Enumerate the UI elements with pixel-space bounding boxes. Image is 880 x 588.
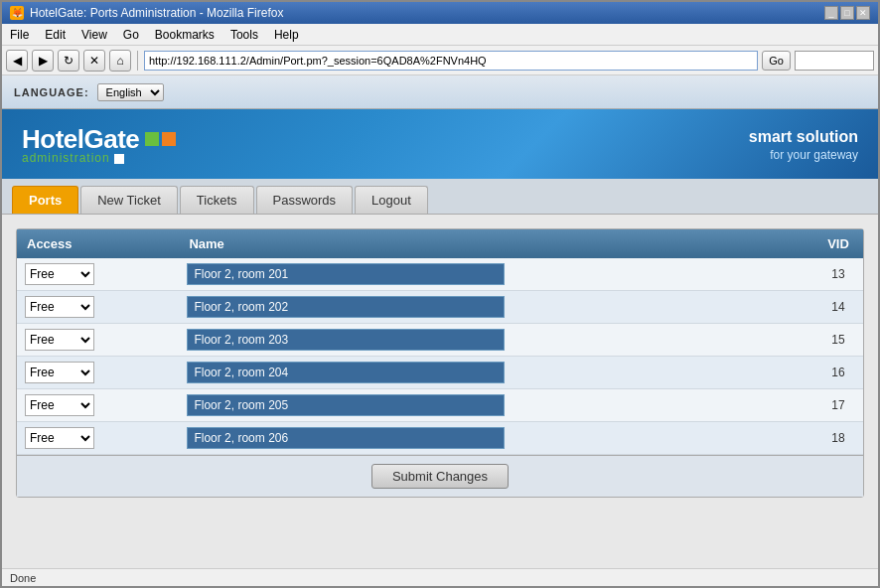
logo-orange-square (162, 132, 176, 146)
menu-view[interactable]: View (73, 26, 115, 44)
logo-icons (145, 132, 176, 146)
name-cell (179, 389, 813, 422)
logo-white-square (114, 154, 124, 164)
browser-window: 🦊 HotelGate: Ports Administration - Mozi… (0, 0, 880, 588)
access-cell: FreePaidBlocked (17, 291, 179, 324)
menu-file[interactable]: File (2, 26, 37, 44)
table-row: FreePaidBlocked13 (17, 258, 863, 291)
vid-cell: 14 (813, 291, 863, 324)
url-input[interactable] (144, 51, 758, 71)
name-cell (179, 422, 813, 455)
name-input[interactable] (187, 263, 505, 285)
home-button[interactable]: ⌂ (109, 50, 131, 72)
access-select[interactable]: FreePaidBlocked (25, 263, 94, 285)
logo-area: HotelGate administration (22, 124, 176, 165)
name-input[interactable] (187, 427, 505, 449)
tagline-area: smart solution for your gateway (749, 126, 858, 162)
menu-tools[interactable]: Tools (222, 26, 266, 44)
reload-button[interactable]: ↻ (58, 50, 79, 72)
go-button[interactable]: Go (762, 51, 791, 71)
nav-tabs: Ports New Ticket Tickets Passwords Logou… (2, 179, 878, 215)
name-cell (179, 291, 813, 324)
col-vid: VID (813, 229, 863, 258)
maximize-button[interactable]: □ (840, 6, 854, 20)
name-input[interactable] (187, 296, 505, 318)
close-button[interactable]: ✕ (856, 6, 870, 20)
minimize-button[interactable]: _ (824, 6, 838, 20)
name-input[interactable] (187, 394, 505, 416)
tab-passwords[interactable]: Passwords (256, 186, 354, 214)
menu-help[interactable]: Help (266, 26, 307, 44)
address-bar: Go (144, 51, 791, 71)
name-cell (179, 258, 813, 291)
table-row: FreePaidBlocked14 (17, 291, 863, 324)
access-select[interactable]: FreePaidBlocked (25, 394, 94, 416)
status-text: Done (10, 572, 36, 584)
access-cell: FreePaidBlocked (17, 258, 179, 291)
col-access: Access (17, 229, 179, 258)
access-select[interactable]: FreePaidBlocked (25, 296, 94, 318)
stop-button[interactable]: ✕ (83, 50, 105, 72)
window-title: HotelGate: Ports Administration - Mozill… (30, 6, 283, 20)
name-input[interactable] (187, 329, 505, 351)
tagline-text: smart solution (749, 126, 858, 148)
menu-bar: File Edit View Go Bookmarks Tools Help (2, 24, 878, 46)
access-cell: FreePaidBlocked (17, 357, 179, 389)
access-cell: FreePaidBlocked (17, 324, 179, 357)
content-area: LANGUAGE: English HotelGate administrati… (2, 75, 878, 568)
col-name: Name (179, 229, 813, 258)
search-input[interactable] (795, 51, 874, 71)
vid-cell: 15 (813, 324, 863, 357)
language-label: LANGUAGE: (14, 86, 89, 98)
table-row: FreePaidBlocked15 (17, 324, 863, 357)
back-button[interactable]: ◀ (6, 50, 28, 72)
access-select[interactable]: FreePaidBlocked (25, 427, 94, 449)
name-input[interactable] (187, 362, 505, 383)
access-cell: FreePaidBlocked (17, 422, 179, 455)
tab-logout[interactable]: Logout (355, 186, 428, 214)
name-cell (179, 324, 813, 357)
site-header: HotelGate administration smart solution … (2, 109, 878, 179)
access-cell: FreePaidBlocked (17, 389, 179, 422)
language-bar: LANGUAGE: English (2, 75, 878, 109)
menu-edit[interactable]: Edit (37, 26, 73, 44)
ports-table-container: Access Name VID FreePaidBlocked13FreePai… (16, 228, 864, 498)
vid-cell: 13 (813, 258, 863, 291)
logo-green-square (145, 132, 159, 146)
toolbar-separator (137, 51, 138, 71)
menu-go[interactable]: Go (115, 26, 147, 44)
status-bar: Done (2, 568, 878, 586)
forward-button[interactable]: ▶ (32, 50, 54, 72)
vid-cell: 18 (813, 422, 863, 455)
tagline-sub-text: for your gateway (749, 148, 858, 162)
browser-icon: 🦊 (10, 6, 24, 20)
tab-tickets[interactable]: Tickets (180, 186, 254, 214)
name-cell (179, 357, 813, 389)
language-select[interactable]: English (97, 83, 164, 101)
vid-cell: 16 (813, 357, 863, 389)
toolbar: ◀ ▶ ↻ ✕ ⌂ Go (2, 46, 878, 75)
access-select[interactable]: FreePaidBlocked (25, 362, 94, 383)
vid-cell: 17 (813, 389, 863, 422)
access-select[interactable]: FreePaidBlocked (25, 329, 94, 351)
submit-row: Submit Changes (17, 455, 863, 497)
menu-bookmarks[interactable]: Bookmarks (147, 26, 222, 44)
tab-ports[interactable]: Ports (12, 186, 78, 214)
table-header-row: Access Name VID (17, 229, 863, 258)
logo-admin-text: administration (22, 151, 110, 165)
table-row: FreePaidBlocked17 (17, 389, 863, 422)
table-row: FreePaidBlocked18 (17, 422, 863, 455)
submit-changes-button[interactable]: Submit Changes (371, 464, 509, 489)
main-content: Access Name VID FreePaidBlocked13FreePai… (2, 215, 878, 568)
table-row: FreePaidBlocked16 (17, 357, 863, 389)
ports-table: Access Name VID FreePaidBlocked13FreePai… (17, 229, 863, 455)
tab-new-ticket[interactable]: New Ticket (80, 186, 178, 214)
window-controls: _ □ ✕ (824, 6, 870, 20)
title-bar: 🦊 HotelGate: Ports Administration - Mozi… (2, 2, 878, 24)
